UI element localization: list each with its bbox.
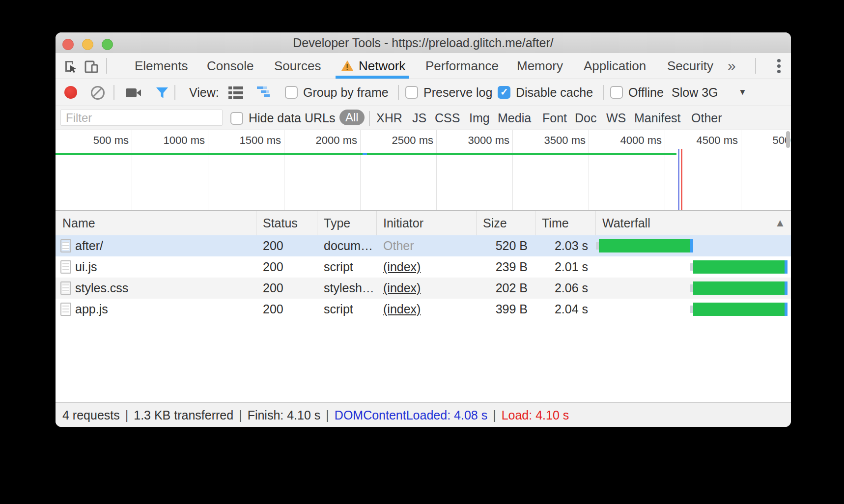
request-time: 2.03 s <box>492 235 588 256</box>
ruler-gridline <box>360 130 361 210</box>
scrollbar-thumb[interactable] <box>786 131 790 148</box>
ruler-tick-label: 2500 ms <box>365 134 433 147</box>
waterfall-bar[interactable] <box>599 239 693 252</box>
devtools-window: Developer Tools - https://preload.glitch… <box>56 32 791 427</box>
disable-cache-label[interactable]: Disable cache <box>516 79 593 106</box>
tab-console[interactable]: Console <box>207 53 253 79</box>
filter-type-all[interactable]: All <box>339 110 365 125</box>
document-icon <box>60 303 71 316</box>
ruler-gridline <box>665 130 665 210</box>
request-status: 200 <box>263 278 312 299</box>
request-status: 200 <box>263 299 312 320</box>
filter-funnel-icon[interactable] <box>156 86 169 99</box>
inspect-element-icon[interactable] <box>63 59 78 74</box>
preserve-log-label[interactable]: Preserve log <box>423 79 492 106</box>
ruler-gridline <box>132 130 132 210</box>
ruler-tick-label: 1000 ms <box>136 134 205 147</box>
ruler-gridline <box>741 130 741 210</box>
ruler-gridline <box>512 130 513 210</box>
record-network-log-button[interactable] <box>64 86 77 99</box>
offline-checkbox[interactable] <box>610 86 623 99</box>
group-by-frame-checkbox[interactable] <box>285 86 298 99</box>
tab-memory[interactable]: Memory <box>517 53 563 79</box>
table-row[interactable]: ui.js 200 script (index) 239 B 2.01 s <box>56 256 791 278</box>
screenshot-capture-icon[interactable] <box>126 88 142 98</box>
divider <box>755 58 756 74</box>
ruler-tick-label: 5000 ms <box>745 134 791 147</box>
preserve-log-checkbox[interactable] <box>405 86 418 99</box>
hide-data-urls-checkbox[interactable] <box>230 112 243 125</box>
filter-type-img[interactable]: Img <box>469 106 490 130</box>
document-icon <box>60 239 71 252</box>
tab-network[interactable]: Network <box>341 53 405 79</box>
ruler-tick-label: 2000 ms <box>288 134 357 147</box>
column-header-name[interactable]: Name <box>62 211 95 235</box>
summary-separator: | <box>320 408 335 422</box>
throttling-dropdown-arrow-icon[interactable]: ▼ <box>738 79 747 106</box>
request-name[interactable]: ui.js <box>75 256 252 278</box>
request-name[interactable]: app.js <box>75 299 252 320</box>
network-overview-timeline[interactable]: 500 ms1000 ms1500 ms2000 ms2500 ms3000 m… <box>56 130 791 211</box>
table-row[interactable]: after/ 200 docum… Other 520 B 2.03 s <box>56 235 791 256</box>
tab-application[interactable]: Application <box>584 53 646 79</box>
titlebar[interactable]: Developer Tools - https://preload.glitch… <box>56 32 791 54</box>
throttling-select[interactable]: Slow 3G <box>672 79 718 106</box>
filter-type-media[interactable]: Media <box>498 106 531 130</box>
tab-elements[interactable]: Elements <box>135 53 188 79</box>
ruler-tick-label: 4000 ms <box>593 134 662 147</box>
column-header-type[interactable]: Type <box>324 211 350 235</box>
divider <box>106 58 107 74</box>
filter-input[interactable] <box>60 110 223 126</box>
desktop-background: Developer Tools - https://preload.glitch… <box>0 0 844 504</box>
waterfall-bar[interactable] <box>693 260 788 274</box>
more-tabs-chevron-icon[interactable]: » <box>728 53 733 79</box>
request-status: 200 <box>263 235 312 256</box>
filter-type-ws[interactable]: WS <box>606 106 626 130</box>
list-view-icon[interactable] <box>228 86 243 99</box>
filter-type-other[interactable]: Other <box>691 106 722 130</box>
request-name[interactable]: styles.css <box>75 278 252 299</box>
summary-item: Load: 4.10 s <box>502 408 569 422</box>
offline-label[interactable]: Offline <box>628 79 664 106</box>
request-status: 200 <box>263 256 312 278</box>
summary-separator: | <box>487 408 502 422</box>
hide-data-urls-label[interactable]: Hide data URLs <box>249 106 335 130</box>
column-header-waterfall[interactable]: Waterfall <box>602 211 650 235</box>
summary-item: DOMContentLoaded: 4.08 s <box>335 408 487 422</box>
requests-table-header: Name Status Type Initiator Size Time Wat… <box>56 211 791 236</box>
filter-type-manifest[interactable]: Manifest <box>634 106 680 130</box>
column-header-initiator[interactable]: Initiator <box>383 211 423 235</box>
filter-type-font[interactable]: Font <box>542 106 567 130</box>
divider <box>113 85 114 100</box>
overview-blue-tick <box>363 153 367 155</box>
group-by-frame-label[interactable]: Group by frame <box>303 79 389 106</box>
request-name[interactable]: after/ <box>75 235 252 256</box>
network-toolbar: View: Group by frame Preserve log Disabl… <box>56 79 791 106</box>
tab-sources[interactable]: Sources <box>274 53 321 79</box>
column-header-time[interactable]: Time <box>542 211 569 235</box>
filter-type-xhr[interactable]: XHR <box>376 106 402 130</box>
waterfall-bar[interactable] <box>693 281 788 295</box>
waterfall-view-icon[interactable] <box>257 86 273 99</box>
ruler-tick-label: 500 ms <box>60 134 129 147</box>
waterfall-bar[interactable] <box>693 303 788 316</box>
devtools-menu-kebab-icon[interactable] <box>777 57 781 75</box>
divider <box>603 85 604 100</box>
table-row[interactable]: app.js 200 script (index) 399 B 2.04 s <box>56 299 791 320</box>
filter-type-doc[interactable]: Doc <box>575 106 596 130</box>
table-row[interactable]: styles.css 200 stylesh… (index) 202 B 2.… <box>56 278 791 299</box>
column-header-status[interactable]: Status <box>263 211 298 235</box>
ruler-tick-label: 1500 ms <box>212 134 281 147</box>
sort-ascending-icon[interactable]: ▲ <box>775 211 786 235</box>
disable-cache-checkbox[interactable] <box>498 86 510 99</box>
tab-security[interactable]: Security <box>667 53 713 79</box>
clear-network-log-button[interactable] <box>91 86 105 100</box>
column-header-size[interactable]: Size <box>483 211 507 235</box>
tab-performance[interactable]: Performance <box>425 53 499 79</box>
request-time: 2.06 s <box>492 278 588 299</box>
window-title: Developer Tools - https://preload.glitch… <box>56 32 791 53</box>
device-toolbar-icon[interactable] <box>84 59 99 74</box>
filter-type-js[interactable]: JS <box>412 106 426 130</box>
filter-type-css[interactable]: CSS <box>435 106 460 130</box>
document-icon <box>60 260 71 274</box>
